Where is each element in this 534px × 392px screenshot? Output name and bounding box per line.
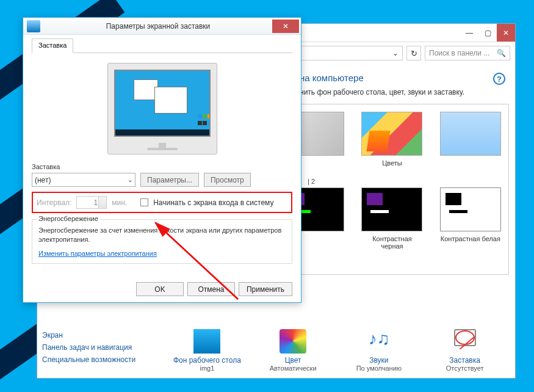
themes-panel: Цветы | 2 Контрастная черная Контрастная… (300, 104, 509, 275)
highlighted-region: Интервал: 1 мин. Начинать с экрана входа… (32, 192, 292, 213)
screensaver-combo[interactable]: (нет) ⌄ (32, 173, 135, 187)
page-subtitle: нить фон рабочего стола, цвет, звуки и з… (300, 88, 509, 96)
tab-row: Заставка (32, 38, 292, 53)
sidebar-link-display[interactable]: Экран (42, 329, 164, 341)
minimize-button[interactable]: — (460, 24, 478, 42)
search-input[interactable]: Поиск в панели ... 🔍 (425, 46, 510, 60)
search-icon: 🔍 (497, 49, 506, 57)
breadcrumb[interactable]: ⌄ (294, 46, 403, 60)
refresh-button[interactable]: ↻ (406, 46, 421, 60)
interval-label: Интервал: (37, 198, 71, 207)
quick-desktop-background[interactable]: Фон рабочего стола img1 (170, 329, 244, 372)
theme-item[interactable] (300, 112, 344, 167)
params-button: Параметры... (140, 173, 199, 187)
sidebar-link-taskbar[interactable]: Панель задач и навигация (42, 341, 164, 354)
interval-unit: мин. (112, 198, 127, 207)
dialog-titlebar: Параметры экранной заставки ✕ (23, 18, 301, 35)
energy-fieldset: Энергосбережение Энергосбережение за сче… (32, 219, 292, 264)
dialog-icon (27, 20, 40, 32)
themes-group-label: | 2 (308, 178, 501, 185)
dialog-close-button[interactable]: ✕ (272, 20, 299, 33)
sidebar-links: Экран Панель задач и навигация Специальн… (42, 329, 164, 372)
preview-button: Просмотр (204, 173, 251, 187)
theme-item-flowers[interactable]: Цветы (361, 112, 422, 167)
monitor-preview (32, 53, 292, 163)
tab-screensaver[interactable]: Заставка (32, 38, 73, 53)
theme-item-hc-black[interactable]: Контрастная черная (361, 187, 422, 250)
search-placeholder: Поиск в панели ... (429, 49, 489, 57)
sidebar-link-accessibility[interactable]: Специальные возможности (42, 354, 164, 366)
page-title: на компьютере (300, 73, 509, 83)
resume-login-checkbox[interactable] (140, 198, 148, 206)
quick-sounds[interactable]: ♪♫ Звуки По умолчанию (342, 329, 416, 372)
ok-button[interactable]: OK (136, 282, 184, 296)
quick-screensaver[interactable]: Заставка Отсутствует (428, 329, 502, 372)
resume-login-label: Начинать с экрана входа в систему (153, 198, 273, 207)
energy-text: Энергосбережение за счет изменения яркос… (38, 226, 286, 245)
screensaver-dialog: Параметры экранной заставки ✕ Заставка (23, 17, 301, 303)
screensaver-section-label: Заставка (32, 163, 292, 170)
cancel-button[interactable]: Отмена (187, 282, 235, 296)
theme-item[interactable] (300, 187, 344, 250)
maximize-button[interactable]: ▢ (478, 24, 497, 42)
close-button[interactable]: ✕ (497, 24, 515, 42)
quick-color[interactable]: Цвет Автоматически (256, 329, 330, 372)
help-icon[interactable]: ? (493, 73, 505, 85)
energy-legend: Энергосбережение (37, 215, 100, 222)
chevron-down-icon: ⌄ (128, 176, 132, 183)
dialog-title: Параметры экранной заставки (44, 22, 272, 31)
apply-button[interactable]: Применить (239, 282, 292, 296)
theme-item-hc-white[interactable]: Контрастная белая (440, 187, 501, 250)
power-settings-link[interactable]: Изменить параметры электропитания (38, 250, 157, 257)
interval-spinner[interactable]: 1 (76, 196, 107, 209)
theme-item[interactable] (440, 112, 501, 167)
